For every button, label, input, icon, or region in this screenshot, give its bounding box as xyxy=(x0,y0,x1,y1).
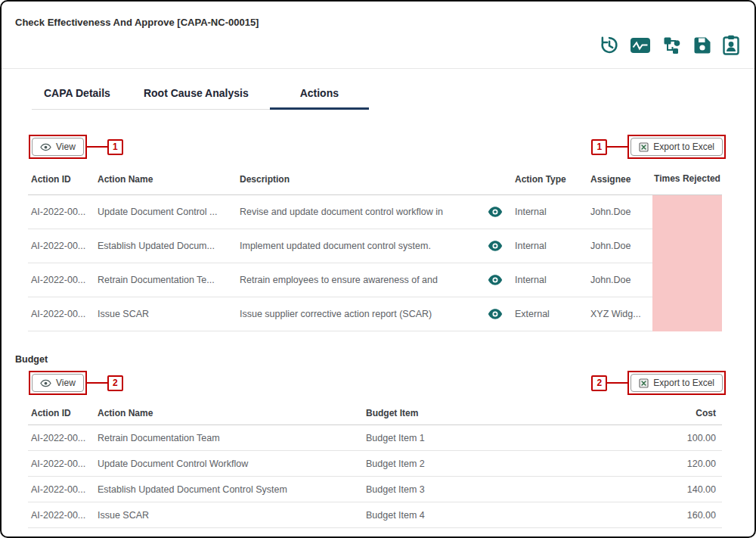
cell-assignee: John.Doe xyxy=(587,207,652,217)
col-header-action-name: Action Name xyxy=(94,408,363,418)
col-header-action-type: Action Type xyxy=(512,174,587,185)
table-row: AI-2022-00... Establish Updated Document… xyxy=(28,477,722,502)
cell-cost: 100.00 xyxy=(612,433,722,443)
page-title: Check Effectiveness And Approve [CAPA-NC… xyxy=(15,17,259,28)
header-toolbar xyxy=(599,35,739,55)
view-description-icon[interactable] xyxy=(479,275,512,285)
cell-action-id: AI-2022-00... xyxy=(28,309,94,319)
workflow-icon[interactable] xyxy=(662,36,682,54)
export-callout-2: 2 Export to Excel xyxy=(591,371,726,395)
cell-action-name: Establish Updated Docum... xyxy=(94,241,237,251)
view-button-budget[interactable]: View xyxy=(32,374,84,392)
history-icon[interactable] xyxy=(599,36,618,54)
cell-action-id: AI-2022-00... xyxy=(28,275,94,285)
cell-description: Revise and update document control workf… xyxy=(237,207,479,217)
tab-root-cause-analysis[interactable]: Root Cause Analysis xyxy=(132,79,270,110)
actions-table-header: Action ID Action Name Description Action… xyxy=(28,163,722,195)
col-header-description: Description xyxy=(237,174,479,185)
callout-line xyxy=(87,382,107,384)
export-to-excel-button-actions[interactable]: Export to Excel xyxy=(631,138,723,156)
cell-action-id: AI-2022-00... xyxy=(28,510,94,521)
col-header-action-id: Action ID xyxy=(28,408,94,418)
cell-cost: 140.00 xyxy=(612,484,722,495)
eye-icon xyxy=(40,143,51,151)
cell-action-name: Retrain Documentation Te... xyxy=(94,275,237,285)
signature-icon[interactable] xyxy=(630,37,651,54)
table-row: AI-2022-00... Issue SCAR Issue supplier … xyxy=(28,297,722,331)
excel-icon xyxy=(639,142,649,152)
export-to-excel-button-budget[interactable]: Export to Excel xyxy=(631,374,723,392)
table-row: AI-2022-00... Update Document Control Wo… xyxy=(28,451,722,477)
times-rejected-highlight xyxy=(652,195,722,331)
callout-line xyxy=(87,146,107,148)
save-icon[interactable] xyxy=(693,36,711,54)
view-button-highlight-1: View xyxy=(29,135,87,159)
cell-assignee: XYZ Widg... xyxy=(587,309,652,319)
cell-action-name: Update Document Control ... xyxy=(94,207,237,217)
view-button-highlight-2: View xyxy=(29,371,87,395)
cell-action-id: AI-2022-00... xyxy=(28,241,94,251)
excel-icon xyxy=(639,378,649,388)
cell-action-type: Internal xyxy=(512,275,587,285)
cell-action-id: AI-2022-00... xyxy=(28,207,94,217)
cell-action-name: Update Document Control Workflow xyxy=(94,459,363,469)
cell-description: Implement updated document control syste… xyxy=(237,241,479,251)
tab-bar: CAPA Details Root Cause Analysis Actions xyxy=(32,79,369,110)
export-button-label: Export to Excel xyxy=(653,141,714,152)
eye-icon xyxy=(40,379,51,387)
capa-window: Check Effectiveness And Approve [CAPA-NC… xyxy=(0,0,756,538)
col-header-action-name: Action Name xyxy=(94,174,237,185)
callout-number-2: 2 xyxy=(591,375,607,391)
callout-line xyxy=(607,382,627,384)
view-callout-2: View 2 xyxy=(29,371,123,395)
cell-assignee: John.Doe xyxy=(587,275,652,285)
cell-action-type: External xyxy=(512,309,587,319)
cell-action-name: Establish Updated Document Control Syste… xyxy=(94,484,363,495)
budget-table-header: Action ID Action Name Budget Item Cost xyxy=(28,401,722,425)
view-button-label: View xyxy=(56,141,76,152)
cell-cost: 120.00 xyxy=(612,459,722,469)
table-row: AI-2022-00... Retrain Documentation Team… xyxy=(28,425,722,451)
export-button-label: Export to Excel xyxy=(653,378,714,388)
cell-description: Retrain employees to ensure awareness of… xyxy=(237,275,479,285)
col-header-cost: Cost xyxy=(612,408,722,418)
tab-actions[interactable]: Actions xyxy=(270,79,369,110)
audit-icon[interactable] xyxy=(723,35,739,55)
callout-number-2: 2 xyxy=(107,375,123,391)
table-row: AI-2022-00... Issue SCAR Budget Item 4 1… xyxy=(28,502,722,528)
budget-heading: Budget xyxy=(15,354,48,365)
view-description-icon[interactable] xyxy=(479,241,512,251)
callout-line xyxy=(607,146,627,148)
cell-cost: 160.00 xyxy=(612,510,722,521)
export-callout-1: 1 Export to Excel xyxy=(591,135,726,159)
view-button-label: View xyxy=(56,378,76,388)
col-header-assignee: Assignee xyxy=(587,174,652,185)
cell-action-name: Retrain Documentation Team xyxy=(94,433,363,443)
view-description-icon[interactable] xyxy=(479,309,512,319)
tab-capa-details[interactable]: CAPA Details xyxy=(32,79,132,110)
cell-action-id: AI-2022-00... xyxy=(28,484,94,495)
cell-assignee: John.Doe xyxy=(587,241,652,251)
view-callout-1: View 1 xyxy=(29,135,123,159)
export-button-highlight-2: Export to Excel xyxy=(627,371,726,395)
cell-budget-item: Budget Item 2 xyxy=(363,459,612,469)
col-header-times-rejected: Times Rejected xyxy=(652,173,722,185)
cell-action-name: Issue SCAR xyxy=(94,309,237,319)
header-divider xyxy=(2,68,754,69)
budget-table: Action ID Action Name Budget Item Cost A… xyxy=(28,401,722,528)
callout-number-1: 1 xyxy=(591,139,607,155)
table-row: AI-2022-00... Establish Updated Docum...… xyxy=(28,229,722,263)
cell-budget-item: Budget Item 4 xyxy=(363,510,612,521)
callout-number-1: 1 xyxy=(107,139,123,155)
cell-action-name: Issue SCAR xyxy=(94,510,363,521)
actions-table: Action ID Action Name Description Action… xyxy=(28,163,722,331)
view-description-icon[interactable] xyxy=(479,207,512,217)
table-row: AI-2022-00... Retrain Documentation Te..… xyxy=(28,263,722,297)
export-button-highlight-1: Export to Excel xyxy=(627,135,726,159)
cell-action-id: AI-2022-00... xyxy=(28,459,94,469)
cell-description: Issue supplier corrective action report … xyxy=(237,309,479,319)
col-header-budget-item: Budget Item xyxy=(363,408,612,418)
view-button-actions[interactable]: View xyxy=(32,138,84,156)
cell-budget-item: Budget Item 3 xyxy=(363,484,612,495)
cell-action-type: Internal xyxy=(512,207,587,217)
